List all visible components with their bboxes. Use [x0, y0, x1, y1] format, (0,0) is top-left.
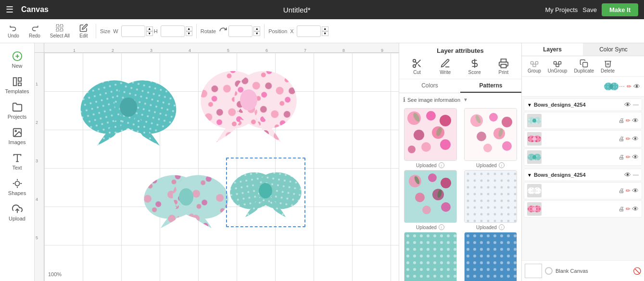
layer-attribute-tabs: Colors Patterns	[399, 79, 521, 93]
delete-button[interactable]: Delete	[599, 58, 617, 74]
layer-item-3: 🖨 ✏ 👁	[524, 148, 642, 166]
layers-panel: Layers Color Sync Group UnGroup Duplicat…	[521, 43, 644, 281]
svg-rect-84	[404, 232, 457, 281]
layer4-print[interactable]: 🖨	[619, 187, 624, 194]
edit-button[interactable]: Edit	[76, 22, 92, 40]
sidebar-item-text[interactable]: Text	[0, 149, 34, 174]
canvas-area: 1 2 3 4 5 6 7 8 9 1 2 3 4 5	[35, 43, 399, 281]
layer3-edit[interactable]: ✏	[626, 154, 631, 160]
layer1-print[interactable]: 🖨	[619, 117, 624, 124]
pattern-thumb-5	[404, 232, 457, 281]
layers-tabs: Layers Color Sync	[522, 43, 644, 56]
save-button[interactable]: Save	[582, 6, 597, 13]
svg-point-66	[502, 141, 512, 151]
make-it-button[interactable]: Make It	[602, 3, 638, 16]
size-group: Size W ▲▼ H ▲▼	[100, 25, 192, 37]
layer2-edit[interactable]: ✏	[626, 135, 631, 142]
layer-group-2-header[interactable]: ▼ Bows_designs_4254 👁 —	[524, 169, 642, 181]
svg-line-45	[416, 61, 417, 63]
bow-floral-bottom-left[interactable]	[140, 163, 232, 231]
group2-settings[interactable]: —	[633, 171, 639, 178]
pattern-item-1[interactable]: Uploaded i	[401, 108, 459, 168]
layer-attrs-header: Layer attributes Cut Write Score Print	[399, 43, 521, 79]
print-button[interactable]: Print	[498, 58, 509, 75]
bow-teal-bottom[interactable]	[228, 159, 303, 225]
blank-canvas-circle	[545, 267, 553, 275]
layer1-eye[interactable]: 👁	[632, 117, 639, 124]
duplicate-button[interactable]: Duplicate	[572, 58, 596, 74]
sidebar-item-images[interactable]: Images	[0, 123, 34, 149]
ungroup-button[interactable]: UnGroup	[546, 58, 569, 74]
app-name: Canvas	[21, 5, 49, 14]
height-spinner[interactable]: ▲▼	[186, 26, 192, 36]
pattern-label-3: Uploaded	[416, 225, 437, 230]
pattern-label-4: Uploaded	[476, 225, 497, 230]
layer5-print[interactable]: 🖨	[619, 206, 624, 212]
layer2-print[interactable]: 🖨	[619, 135, 624, 142]
my-projects-link[interactable]: My Projects	[545, 6, 578, 13]
rotate-input[interactable]	[228, 25, 253, 37]
x-input[interactable]	[297, 25, 321, 37]
pattern-info-2[interactable]: i	[499, 162, 505, 168]
sidebar-item-new[interactable]: New	[0, 47, 34, 73]
layer4-eye[interactable]: 👁	[632, 187, 639, 195]
pattern-item-5[interactable]: Uploaded i	[401, 232, 459, 281]
sidebar-item-projects[interactable]: Projects	[0, 98, 34, 123]
tab-color-sync[interactable]: Color Sync	[583, 43, 644, 56]
x-spinner[interactable]: ▲▼	[322, 26, 328, 36]
canvas-workspace[interactable]: 100%	[44, 53, 399, 281]
layer5-edit[interactable]: ✏	[626, 206, 631, 212]
sidebar-item-upload[interactable]: Upload	[0, 200, 34, 225]
undo-button[interactable]: Undo	[4, 22, 23, 40]
top-edit-icon[interactable]: ✏	[627, 83, 631, 90]
cut-button[interactable]: Cut	[412, 58, 422, 75]
group1-settings[interactable]: —	[633, 101, 639, 108]
pattern-item-3[interactable]: Uploaded i	[401, 170, 459, 230]
svg-point-54	[421, 142, 431, 152]
svg-point-109	[532, 137, 536, 141]
layer3-eye[interactable]: 👁	[632, 153, 639, 161]
sidebar-item-shapes[interactable]: Shapes	[0, 174, 34, 200]
rotate-group: Rotate ▲▼	[201, 25, 260, 37]
tab-patterns[interactable]: Patterns	[460, 79, 521, 93]
svg-rect-87	[465, 232, 517, 281]
pattern-info-3[interactable]: i	[439, 224, 444, 230]
menu-icon[interactable]: ☰	[6, 4, 13, 15]
write-button[interactable]: Write	[440, 58, 451, 75]
layer4-edit[interactable]: ✏	[626, 187, 631, 194]
svg-rect-0	[57, 24, 59, 27]
layer-group-1-header[interactable]: ▼ Bows_designs_4254 👁 —	[524, 98, 642, 111]
layer3-print[interactable]: 🖨	[619, 154, 624, 160]
sidebar-item-templates[interactable]: Templates	[0, 73, 34, 98]
height-input[interactable]	[161, 25, 185, 37]
svg-rect-91	[554, 61, 556, 64]
rotate-spinner[interactable]: ▲▼	[253, 26, 260, 36]
layer-thumb-4	[527, 184, 542, 197]
bow-teal-left[interactable]	[78, 66, 179, 148]
pattern-info-1[interactable]: i	[439, 162, 444, 168]
tab-colors[interactable]: Colors	[399, 79, 460, 93]
top-eye-icon[interactable]: 👁	[633, 83, 640, 90]
pattern-item-6[interactable]: Uploaded i	[461, 232, 519, 281]
pattern-info-4[interactable]: i	[499, 224, 505, 230]
redo-button[interactable]: Redo	[25, 22, 44, 40]
bow-floral-center[interactable]	[198, 57, 299, 148]
score-button[interactable]: Score	[468, 58, 481, 75]
pattern-item-4[interactable]: Uploaded i	[461, 170, 519, 230]
pattern-item-2[interactable]: Uploaded i	[461, 108, 519, 168]
layer1-edit[interactable]: ✏	[626, 117, 631, 124]
tab-layers[interactable]: Layers	[522, 43, 583, 56]
group-button[interactable]: Group	[526, 58, 543, 74]
select-all-button[interactable]: Select All	[46, 22, 74, 40]
blank-canvas-label: Blank Canvas	[556, 268, 588, 274]
width-input[interactable]	[121, 25, 145, 37]
layer2-eye[interactable]: 👁	[632, 135, 639, 143]
top-layer-settings[interactable]: ⋯	[619, 83, 625, 90]
width-spinner[interactable]: ▲▼	[146, 26, 153, 36]
blank-canvas-eye[interactable]: 🚫	[633, 267, 641, 275]
group1-eye[interactable]: 👁	[624, 101, 631, 109]
layers-toolbar: Group UnGroup Duplicate Delete	[522, 56, 644, 77]
see-image-info[interactable]: ℹ See image information ▼	[399, 93, 521, 106]
group2-eye[interactable]: 👁	[624, 171, 631, 179]
layer5-eye[interactable]: 👁	[632, 205, 639, 213]
